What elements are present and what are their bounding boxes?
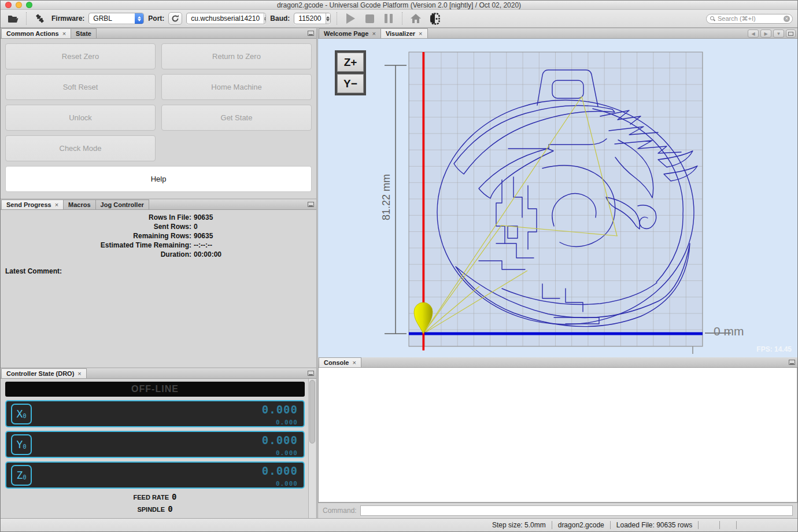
axis-row-z[interactable]: Z0 0.0000.000 (5, 461, 305, 489)
close-tab-icon[interactable]: × (372, 30, 375, 37)
feed-rate-meter: FEED RATE 0 (5, 492, 305, 501)
scroll-tabs-right-button[interactable]: ▶ (760, 29, 771, 38)
grid-plane (409, 52, 703, 346)
home-machine-button[interactable] (408, 12, 423, 25)
baud-select[interactable]: 115200 (294, 13, 331, 24)
reset-zero-button[interactable]: Reset Zero (5, 43, 156, 69)
common-actions-tabbar: Common Actions × State (1, 28, 316, 39)
port-select-stepper[interactable] (264, 13, 266, 24)
minimize-panel-icon[interactable] (308, 371, 314, 376)
row-label: Sent Rows: (1, 222, 191, 231)
baud-label: Baud: (270, 14, 290, 23)
status-divider (698, 521, 699, 529)
clear-search-icon[interactable]: × (784, 16, 790, 22)
close-tab-icon[interactable]: × (352, 359, 356, 366)
search-box[interactable]: × (706, 14, 793, 24)
origin-dimension-label: 0 mm (714, 324, 744, 338)
height-dimension-label: 81.22 mm (380, 174, 393, 220)
spindle-value: 0 (168, 504, 172, 513)
minimize-panel-icon[interactable] (789, 360, 795, 365)
status-bar: Step size: 5.0mm dragon2.gcode Loaded Fi… (1, 518, 797, 531)
axis-y-badge[interactable]: Y0 (11, 434, 32, 455)
home-machine-button[interactable]: Home Machine (161, 74, 312, 100)
minimize-panel-icon[interactable] (308, 31, 314, 36)
main-toolbar: Firmware: GRBL Port: cu.wchusbserial1421… (1, 10, 797, 28)
common-actions-panel: Common Actions × State Reset Zero Return… (1, 28, 316, 198)
get-state-button[interactable]: Get State (161, 105, 312, 131)
status-items: Step size: 5.0mm dragon2.gcode Loaded Fi… (486, 519, 699, 531)
stop-icon (365, 14, 374, 23)
axis-x-badge[interactable]: X0 (11, 404, 32, 424)
firmware-select-stepper[interactable] (135, 13, 143, 24)
tab-welcome-page[interactable]: Welcome Page × (319, 28, 381, 38)
scroll-tabs-left-button[interactable]: ◀ (748, 29, 759, 38)
send-button[interactable] (343, 12, 358, 25)
tab-jog-controller[interactable]: Jog Controller (95, 200, 149, 209)
row-value: --:--:-- (191, 241, 212, 250)
check-mode-button[interactable]: Check Mode (5, 135, 156, 161)
pause-button[interactable] (381, 12, 396, 25)
axis-sub: 0 (23, 413, 26, 419)
visualizer-canvas[interactable]: Z+ Y− 81.22 mm 0 mm FPS: 14.45 (318, 39, 797, 357)
tab-label: State (76, 30, 91, 37)
y-minus-button[interactable]: Y− (337, 74, 364, 93)
tab-label: Common Actions (6, 30, 59, 37)
maximize-editor-button[interactable] (786, 29, 796, 38)
axis-row-y[interactable]: Y0 0.0000.000 (5, 431, 305, 458)
axis-z-work-value: 0.000 (262, 464, 298, 477)
file-name-status: dragon2.gcode (552, 521, 610, 529)
send-progress-body: Rows In File:90635 Sent Rows:0 Remaining… (1, 210, 316, 367)
minimize-panel-icon[interactable] (308, 202, 314, 207)
refresh-icon (171, 14, 179, 23)
tab-macros[interactable]: Macros (63, 200, 96, 209)
machine-icon (430, 13, 440, 25)
close-tab-icon[interactable]: × (62, 30, 66, 37)
dro-tabbar: Controller State (DRO) × (1, 368, 316, 379)
row-label: Rows In File: (1, 213, 191, 222)
row-value: 90635 (191, 213, 213, 222)
firmware-label: Firmware: (51, 14, 84, 23)
right-column: Welcome Page × Visualizer × ◀ ▶ ▼ (318, 28, 797, 518)
close-tab-icon[interactable]: × (419, 30, 422, 37)
editor-tabbar: Welcome Page × Visualizer × ◀ ▶ ▼ (318, 28, 797, 39)
open-file-button[interactable] (5, 12, 20, 25)
tab-common-actions[interactable]: Common Actions × (1, 28, 71, 38)
port-select[interactable]: cu.wchusbserial14210 (186, 13, 266, 24)
console-output[interactable] (318, 368, 797, 503)
unlock-button[interactable]: Unlock (5, 105, 156, 131)
help-button[interactable]: Help (5, 166, 312, 192)
axis-letter: Z (17, 469, 23, 481)
soft-reset-button[interactable]: Soft Reset (5, 74, 156, 100)
axis-z-badge[interactable]: Z0 (11, 465, 32, 486)
command-input[interactable] (360, 505, 793, 516)
tab-label: Macros (68, 201, 91, 208)
baud-select-stepper[interactable] (326, 13, 331, 24)
window-title: dragon2.gcode - Universal Gcode Platform… (1, 1, 797, 9)
tab-visualizer[interactable]: Visualizer × (380, 28, 428, 38)
tab-console[interactable]: Console × (319, 357, 361, 367)
controller-status-banner: OFF-LINE (5, 382, 305, 397)
refresh-ports-button[interactable] (168, 12, 182, 25)
connect-plug-icon (35, 13, 45, 24)
dro-scrollbar[interactable] (308, 379, 316, 518)
connect-button[interactable] (32, 12, 47, 25)
axis-y-machine-value: 0.000 (276, 449, 298, 457)
tab-state[interactable]: State (71, 28, 97, 38)
firmware-select[interactable]: GRBL (88, 13, 144, 24)
tab-list-button[interactable]: ▼ (773, 29, 784, 38)
tab-controller-state[interactable]: Controller State (DRO) × (1, 368, 87, 378)
search-input[interactable] (718, 15, 781, 22)
tab-label: Visualizer (386, 30, 415, 37)
z-plus-button[interactable]: Z+ (337, 53, 364, 72)
tab-label: Controller State (DRO) (6, 370, 74, 377)
open-folder-icon (8, 14, 19, 23)
tab-send-progress[interactable]: Send Progress × (1, 200, 64, 209)
machine-control-button[interactable] (427, 12, 442, 25)
close-tab-icon[interactable]: × (77, 370, 81, 377)
stop-button[interactable] (362, 12, 377, 25)
scrollbar-thumb[interactable] (309, 380, 315, 444)
close-tab-icon[interactable]: × (55, 201, 58, 208)
return-to-zero-button[interactable]: Return to Zero (161, 43, 312, 69)
axis-row-x[interactable]: X0 0.0000.000 (5, 400, 305, 427)
console-tabbar: Console × (318, 357, 797, 368)
